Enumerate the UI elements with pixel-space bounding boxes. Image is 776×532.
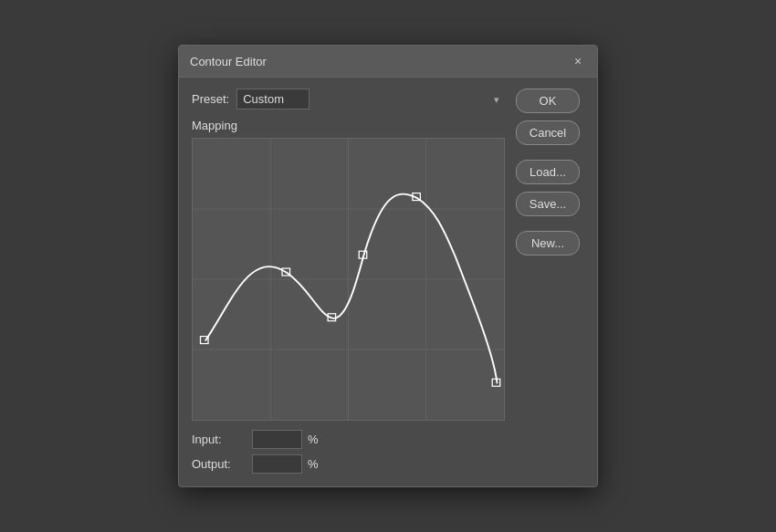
save-button[interactable]: Save... [516, 192, 580, 216]
cancel-button[interactable]: Cancel [516, 120, 580, 145]
output-row: Output: % [192, 454, 505, 474]
new-button[interactable]: New... [516, 231, 580, 256]
title-bar: Contour Editor × [179, 46, 597, 78]
output-percent: % [308, 457, 319, 471]
left-panel: Preset: Custom Linear Cone Gaussian Half… [192, 89, 505, 474]
output-label: Output: [192, 457, 246, 471]
input-output-area: Input: % Output: % [192, 430, 505, 474]
dialog-title: Contour Editor [190, 55, 267, 68]
preset-select[interactable]: Custom Linear Cone Gaussian Half Round R… [236, 89, 309, 110]
input-value[interactable] [252, 430, 302, 449]
preset-label: Preset: [192, 92, 229, 106]
load-button[interactable]: Load... [516, 160, 580, 184]
mapping-label: Mapping [192, 119, 505, 132]
right-panel: OK Cancel Load... Save... New... [516, 89, 584, 474]
input-percent: % [308, 433, 319, 446]
preset-row: Preset: Custom Linear Cone Gaussian Half… [192, 89, 505, 110]
curve-area[interactable] [192, 138, 505, 421]
input-row: Input: % [192, 430, 505, 449]
contour-editor-dialog: Contour Editor × Preset: Custom Linear C… [178, 45, 598, 487]
dialog-body: Preset: Custom Linear Cone Gaussian Half… [179, 78, 597, 486]
curve-svg [193, 139, 504, 420]
input-label: Input: [192, 433, 246, 446]
close-button[interactable]: × [570, 53, 586, 69]
preset-select-wrapper: Custom Linear Cone Gaussian Half Round R… [236, 89, 505, 110]
output-value[interactable] [252, 454, 302, 474]
ok-button[interactable]: OK [516, 89, 580, 113]
